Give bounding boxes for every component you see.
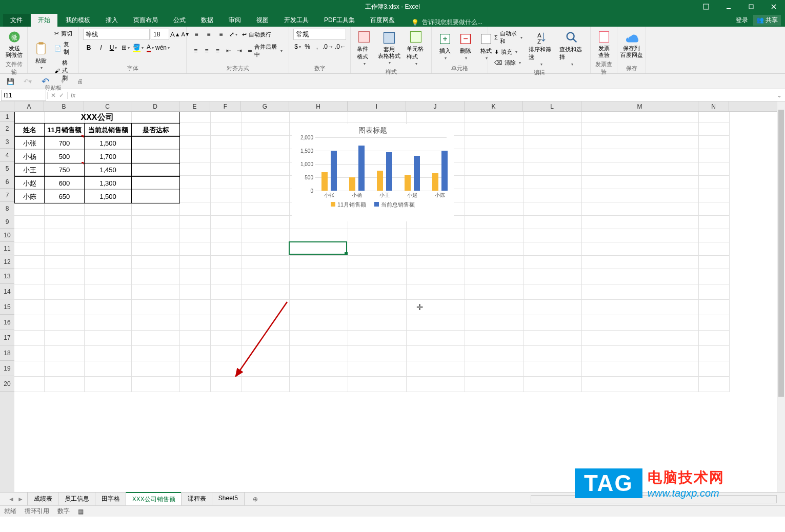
enter-formula-icon[interactable]: ✓ xyxy=(59,92,64,99)
row-header[interactable]: 17 xyxy=(0,330,14,345)
delete-cells-button[interactable]: −删除 xyxy=(456,31,475,62)
tab-data[interactable]: 数据 xyxy=(194,14,220,27)
align-left-button[interactable]: ≡ xyxy=(191,45,200,56)
undo-button[interactable]: ↶ xyxy=(39,75,51,88)
sheet-tab[interactable]: 课程表 xyxy=(181,492,213,506)
indent-inc-button[interactable]: ⇥ xyxy=(234,45,244,56)
cell[interactable]: 小王 xyxy=(15,163,45,177)
cell[interactable]: 11月销售额 xyxy=(45,124,85,137)
sheet-tab[interactable]: Sheet5 xyxy=(212,492,245,506)
row-header[interactable]: 19 xyxy=(0,361,14,376)
insert-cells-button[interactable]: +插入 xyxy=(436,31,454,62)
decrease-font-button[interactable]: A▼ xyxy=(181,29,189,40)
row-header[interactable]: 10 xyxy=(0,229,14,242)
cond-format-button[interactable]: 条件格式 xyxy=(355,29,374,67)
column-header[interactable]: A xyxy=(14,101,44,112)
cell-style-button[interactable]: 单元格样式 xyxy=(405,29,427,67)
cell[interactable]: 小赵 xyxy=(15,177,45,190)
row-header[interactable]: 4 xyxy=(0,149,14,162)
accounting-format-button[interactable]: $ xyxy=(293,41,302,52)
cell[interactable]: 姓名 xyxy=(15,124,45,137)
align-center-button[interactable]: ≡ xyxy=(202,45,211,56)
table-style-button[interactable]: 套用 表格格式 xyxy=(376,30,402,66)
increase-font-button[interactable]: A▲ xyxy=(170,29,180,40)
column-header[interactable]: F xyxy=(210,101,241,112)
cell[interactable] xyxy=(132,137,180,150)
column-header[interactable]: N xyxy=(698,101,729,112)
cell[interactable]: 1,450 xyxy=(85,163,132,177)
sheet-nav-next-icon[interactable]: ► xyxy=(17,496,24,503)
row-header[interactable]: 18 xyxy=(0,345,14,361)
sort-filter-button[interactable]: AZ排序和筛选 xyxy=(527,29,555,68)
expand-formula-bar-icon[interactable]: ⌄ xyxy=(774,92,785,99)
cancel-formula-icon[interactable]: ✕ xyxy=(51,92,56,99)
row-header[interactable]: 14 xyxy=(0,284,14,299)
fill-color-button[interactable]: 🪣 xyxy=(132,42,144,53)
wrap-text-button[interactable]: ↩自动换行 xyxy=(240,30,273,39)
underline-button[interactable]: U xyxy=(108,42,119,53)
cell[interactable]: 小陈 xyxy=(15,190,45,203)
column-header[interactable]: G xyxy=(241,101,289,112)
cell[interactable]: 当前总销售额 xyxy=(85,124,132,137)
tab-template[interactable]: 我的模板 xyxy=(58,14,97,27)
fill-handle[interactable] xyxy=(345,252,348,255)
percent-format-button[interactable]: % xyxy=(303,41,312,52)
tab-review[interactable]: 审阅 xyxy=(222,14,248,27)
row-header[interactable]: 6 xyxy=(0,175,14,189)
cell[interactable] xyxy=(132,150,180,163)
align-right-button[interactable]: ≡ xyxy=(213,45,223,56)
column-header[interactable]: K xyxy=(465,101,523,112)
sheet-nav-prev-icon[interactable]: ◄ xyxy=(8,496,14,503)
indent-dec-button[interactable]: ⇤ xyxy=(224,45,233,56)
font-size-input[interactable] xyxy=(151,29,169,40)
window-minimize-icon[interactable] xyxy=(717,0,740,13)
window-restore-icon[interactable] xyxy=(695,0,717,13)
align-middle-button[interactable]: ≡ xyxy=(203,29,214,40)
phonetic-button[interactable]: wén xyxy=(157,42,168,53)
cell[interactable] xyxy=(132,190,180,203)
row-header[interactable]: 9 xyxy=(0,215,14,229)
comma-format-button[interactable]: , xyxy=(313,41,321,52)
paste-button[interactable]: 粘贴 xyxy=(32,40,50,71)
column-header[interactable]: D xyxy=(131,101,179,112)
row-header[interactable]: 7 xyxy=(0,189,14,202)
send-wechat-button[interactable]: 微 发送 到微信 xyxy=(5,29,23,59)
row-header[interactable]: 2 xyxy=(0,122,14,135)
tab-insert[interactable]: 插入 xyxy=(98,14,125,27)
tab-formulas[interactable]: 公式 xyxy=(166,14,193,27)
formula-input[interactable] xyxy=(78,90,774,101)
column-header[interactable]: B xyxy=(44,101,84,112)
tab-view[interactable]: 视图 xyxy=(249,14,276,27)
cell[interactable]: 小杨 xyxy=(15,150,45,163)
fx-icon[interactable]: fx xyxy=(68,92,78,99)
tab-file[interactable]: 文件 xyxy=(3,14,30,27)
login-button[interactable]: 登录 xyxy=(736,16,748,25)
column-header[interactable]: E xyxy=(179,101,210,112)
active-cell[interactable] xyxy=(289,241,347,255)
save-icon[interactable]: 💾 xyxy=(4,75,16,88)
cell[interactable]: 700 xyxy=(45,137,85,150)
row-header[interactable]: 16 xyxy=(0,315,14,330)
row-header[interactable]: 12 xyxy=(0,255,14,269)
cell[interactable]: 750 xyxy=(45,163,85,177)
cell[interactable]: 1,700 xyxy=(85,150,132,163)
row-header[interactable]: 8 xyxy=(0,202,14,215)
font-color-button[interactable]: A xyxy=(145,42,156,53)
number-format-select[interactable] xyxy=(293,29,346,40)
vertical-scrollbar[interactable] xyxy=(777,101,785,492)
column-header[interactable]: L xyxy=(523,101,581,112)
cell[interactable]: 1,500 xyxy=(85,190,132,203)
cell[interactable] xyxy=(132,177,180,190)
font-name-input[interactable] xyxy=(83,29,150,40)
tell-me-input[interactable]: 💡 告诉我您想要做什么... xyxy=(411,18,482,27)
border-button[interactable]: ⊞ xyxy=(120,42,131,53)
fill-button[interactable]: ⬇填充 xyxy=(492,47,525,57)
orientation-button[interactable]: ⤢ xyxy=(228,29,239,40)
table-title-cell[interactable]: XXX公司 xyxy=(15,112,180,124)
align-bottom-button[interactable]: ≡ xyxy=(215,29,227,40)
print-preview-icon[interactable]: 🖨 xyxy=(74,75,86,88)
tab-home[interactable]: 开始 xyxy=(31,14,57,27)
cell[interactable]: 1,300 xyxy=(85,177,132,190)
bold-button[interactable]: B xyxy=(83,42,94,53)
select-all-corner[interactable] xyxy=(0,101,14,112)
